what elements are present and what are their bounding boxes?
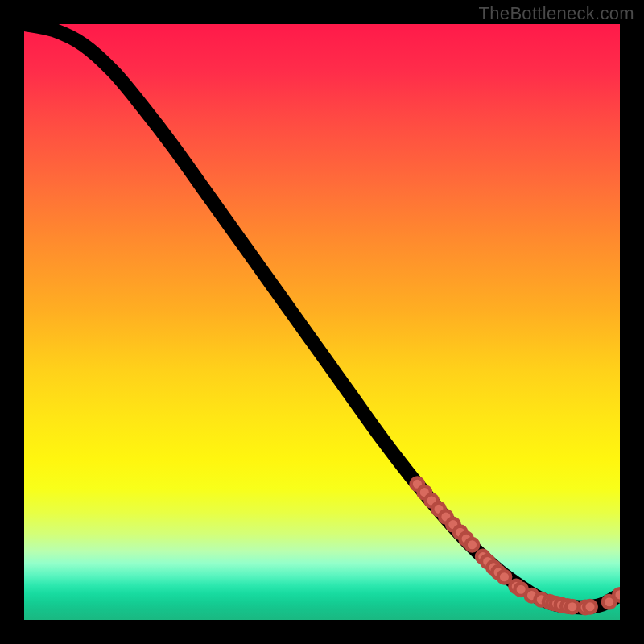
data-point-dot xyxy=(613,588,620,601)
highlighted-dots-group xyxy=(411,478,620,614)
data-point-dot xyxy=(584,601,597,613)
bottleneck-curve-line xyxy=(24,24,620,608)
watermark-text: TheBottleneck.com xyxy=(479,3,634,24)
data-point-dot xyxy=(466,539,479,551)
data-point-dot xyxy=(566,601,579,613)
data-point-dot xyxy=(498,571,511,584)
chart-svg-overlay xyxy=(24,24,620,620)
chart-plot-area xyxy=(24,24,620,620)
